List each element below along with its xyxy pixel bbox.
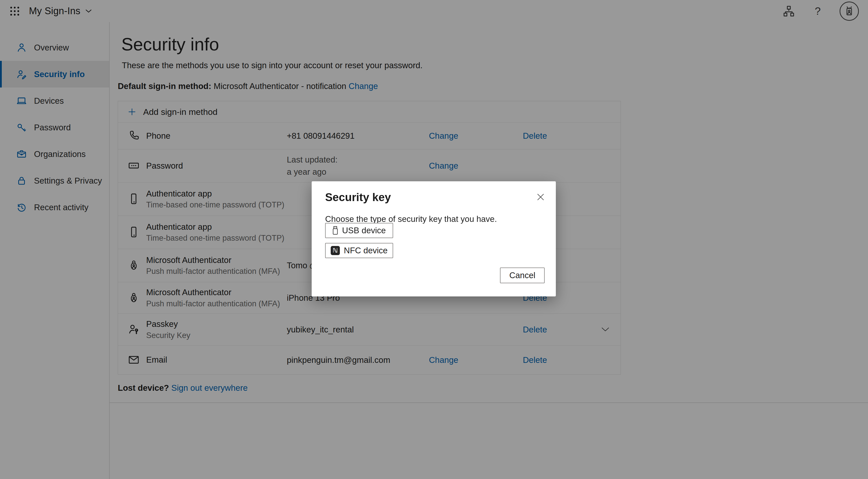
usb-drive-icon xyxy=(333,226,338,235)
nfc-device-label: NFC device xyxy=(344,246,388,255)
usb-device-button[interactable]: USB device xyxy=(325,223,393,238)
dialog-description: Choose the type of security key that you… xyxy=(325,214,497,224)
security-key-dialog: Security key Choose the type of security… xyxy=(312,181,556,297)
nfc-device-button[interactable]: ℕ NFC device xyxy=(325,243,393,258)
cancel-button[interactable]: Cancel xyxy=(500,268,545,283)
nfc-icon: ℕ xyxy=(331,246,340,255)
dialog-title: Security key xyxy=(325,191,391,204)
close-icon[interactable] xyxy=(534,191,547,204)
usb-device-label: USB device xyxy=(342,226,386,235)
